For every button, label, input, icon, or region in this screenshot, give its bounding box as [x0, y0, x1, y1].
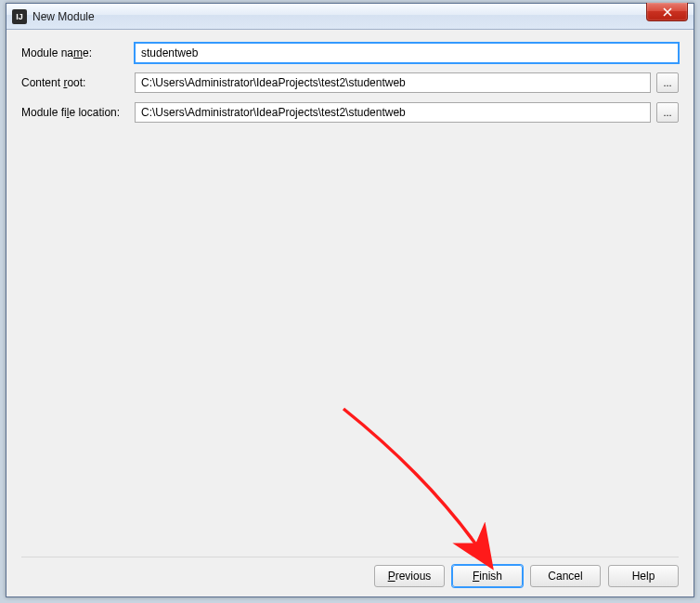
- module-file-location-row: Module file location: ...: [21, 102, 679, 123]
- spacer: [21, 132, 679, 551]
- module-file-browse-button[interactable]: ...: [656, 102, 679, 123]
- close-button[interactable]: [646, 3, 688, 21]
- button-bar: Previous Finish Cancel Help: [21, 557, 679, 587]
- module-file-location-label: Module file location:: [21, 106, 135, 119]
- dialog-content: Module name: Content root: ... Module fi…: [6, 30, 694, 596]
- new-module-dialog: IJ New Module Module name: Content root:…: [6, 3, 694, 597]
- module-name-label: Module name:: [21, 46, 135, 59]
- content-root-label: Content root:: [21, 76, 135, 89]
- intellij-icon: IJ: [12, 9, 27, 24]
- content-root-input[interactable]: [135, 72, 651, 93]
- cancel-button[interactable]: Cancel: [530, 565, 601, 587]
- help-button[interactable]: Help: [608, 565, 679, 587]
- finish-button[interactable]: Finish: [452, 565, 523, 587]
- previous-button[interactable]: Previous: [374, 565, 445, 587]
- content-root-row: Content root: ...: [21, 72, 679, 93]
- content-root-browse-button[interactable]: ...: [656, 72, 679, 93]
- titlebar[interactable]: IJ New Module: [6, 4, 694, 30]
- close-icon: [662, 7, 673, 17]
- module-name-input[interactable]: [135, 43, 679, 63]
- window-title: New Module: [32, 10, 95, 23]
- module-file-location-input[interactable]: [135, 102, 651, 123]
- module-name-row: Module name:: [21, 43, 679, 63]
